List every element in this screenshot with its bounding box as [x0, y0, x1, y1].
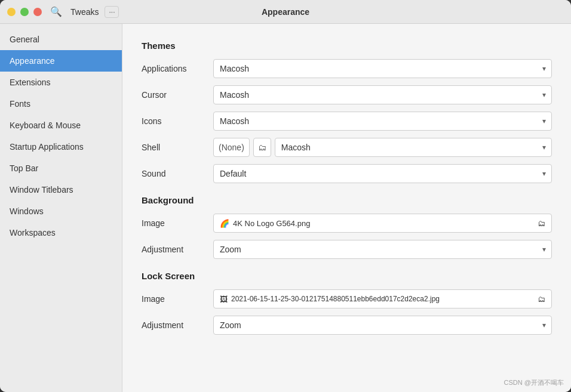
- sidebar-item-startup-applications[interactable]: Startup Applications: [0, 136, 122, 158]
- bg-image-control: 🌈 4K No Logo G564.png 🗂: [213, 214, 552, 233]
- sidebar: General Appearance Extensions Fonts Keyb…: [0, 24, 122, 392]
- cursor-dropdown-wrapper[interactable]: Macosh: [213, 85, 552, 104]
- shell-label: Shell: [142, 143, 213, 152]
- bg-image-label: Image: [142, 218, 213, 228]
- shell-dropdown-wrapper[interactable]: Macosh: [275, 138, 552, 157]
- ls-adjustment-control: Zoom: [213, 316, 552, 335]
- sidebar-item-appearance[interactable]: Appearance: [0, 50, 122, 72]
- bg-adjustment-dropdown-wrapper[interactable]: Zoom: [213, 240, 552, 259]
- applications-dropdown[interactable]: Macosh: [213, 59, 552, 78]
- sound-row: Sound Default: [142, 164, 552, 183]
- bg-image-row: Image 🌈 4K No Logo G564.png 🗂: [142, 214, 552, 233]
- bg-image-icon: 🌈: [220, 219, 229, 228]
- sidebar-item-extensions[interactable]: Extensions: [0, 72, 122, 93]
- sound-dropdown[interactable]: Default: [213, 164, 552, 183]
- icons-label: Icons: [142, 116, 213, 126]
- main-wrapper: Themes Applications Macosh Cursor: [122, 24, 571, 392]
- bg-adjustment-label: Adjustment: [142, 245, 213, 254]
- cursor-row: Cursor Macosh: [142, 85, 552, 104]
- minimize-button[interactable]: [7, 8, 16, 16]
- themes-section-title: Themes: [142, 41, 552, 51]
- sidebar-item-general[interactable]: General: [0, 29, 122, 50]
- ls-adjustment-dropdown[interactable]: Zoom: [213, 316, 552, 335]
- applications-dropdown-wrapper[interactable]: Macosh: [213, 59, 552, 78]
- sound-dropdown-wrapper[interactable]: Default: [213, 164, 552, 183]
- shell-control: (None) 🗂 Macosh: [213, 138, 552, 157]
- shell-dropdown[interactable]: Macosh: [275, 138, 552, 157]
- applications-label: Applications: [142, 64, 213, 73]
- cursor-dropdown[interactable]: Macosh: [213, 85, 552, 104]
- bg-adjustment-control: Zoom: [213, 240, 552, 259]
- app-window: 🔍 Tweaks ··· Appearance General Appearan…: [0, 0, 571, 392]
- sidebar-item-windows[interactable]: Windows: [0, 200, 122, 222]
- lock-screen-section: Lock Screen Image 🖼 2021-06-15-11-25-30-…: [142, 271, 552, 335]
- background-section: Background Image 🌈 4K No Logo G564.png 🗂: [142, 195, 552, 259]
- watermark: CSDN @开酒不喝车: [504, 378, 564, 387]
- icons-row: Icons Macosh: [142, 112, 552, 131]
- ls-folder-icon: 🗂: [538, 295, 545, 304]
- ls-adjustment-dropdown-wrapper[interactable]: Zoom: [213, 316, 552, 335]
- ls-image-filename: 2021-06-15-11-25-30-01217514880511ebb6ed…: [231, 295, 538, 303]
- app-title: Tweaks: [70, 7, 99, 17]
- titlebar-left: 🔍 Tweaks ···: [7, 4, 119, 20]
- ls-image-label: Image: [142, 294, 213, 304]
- maximize-button[interactable]: [20, 8, 29, 16]
- bg-adjustment-row: Adjustment Zoom: [142, 240, 552, 259]
- shell-prefix-text: (None): [213, 138, 250, 157]
- titlebar: 🔍 Tweaks ··· Appearance: [0, 0, 571, 24]
- lock-screen-section-title: Lock Screen: [142, 271, 552, 281]
- menu-button[interactable]: ···: [105, 6, 119, 18]
- icons-dropdown[interactable]: Macosh: [213, 112, 552, 131]
- shell-row: Shell (None) 🗂 Macosh: [142, 138, 552, 157]
- background-section-title: Background: [142, 195, 552, 205]
- sound-label: Sound: [142, 169, 213, 178]
- content-area: General Appearance Extensions Fonts Keyb…: [0, 24, 571, 392]
- bg-image-filename: 4K No Logo G564.png: [233, 219, 538, 228]
- shell-folder-button[interactable]: 🗂: [253, 138, 271, 157]
- ls-image-control: 🖼 2021-06-15-11-25-30-01217514880511ebb6…: [213, 289, 552, 308]
- close-button[interactable]: [33, 8, 42, 16]
- ls-adjustment-label: Adjustment: [142, 320, 213, 330]
- window-controls: [7, 8, 42, 16]
- sidebar-item-window-titlebars[interactable]: Window Titlebars: [0, 179, 122, 200]
- cursor-control: Macosh: [213, 85, 552, 104]
- window-title: Appearance: [262, 7, 309, 17]
- applications-row: Applications Macosh: [142, 59, 552, 78]
- icons-dropdown-wrapper[interactable]: Macosh: [213, 112, 552, 131]
- bg-folder-icon: 🗂: [538, 219, 545, 228]
- bg-adjustment-dropdown[interactable]: Zoom: [213, 240, 552, 259]
- sidebar-item-fonts[interactable]: Fonts: [0, 93, 122, 115]
- cursor-label: Cursor: [142, 90, 213, 100]
- sidebar-item-workspaces[interactable]: Workspaces: [0, 222, 122, 243]
- search-button[interactable]: 🔍: [48, 4, 65, 20]
- sound-control: Default: [213, 164, 552, 183]
- ls-image-row: Image 🖼 2021-06-15-11-25-30-012175148805…: [142, 289, 552, 308]
- sidebar-item-top-bar[interactable]: Top Bar: [0, 158, 122, 179]
- sidebar-item-keyboard-mouse[interactable]: Keyboard & Mouse: [0, 115, 122, 136]
- ls-image-display[interactable]: 🖼 2021-06-15-11-25-30-01217514880511ebb6…: [213, 289, 552, 308]
- ls-adjustment-row: Adjustment Zoom: [142, 316, 552, 335]
- main-content: Themes Applications Macosh Cursor: [122, 24, 571, 392]
- icons-control: Macosh: [213, 112, 552, 131]
- applications-control: Macosh: [213, 59, 552, 78]
- ls-image-icon: 🖼: [220, 295, 228, 304]
- bg-image-display[interactable]: 🌈 4K No Logo G564.png 🗂: [213, 214, 552, 233]
